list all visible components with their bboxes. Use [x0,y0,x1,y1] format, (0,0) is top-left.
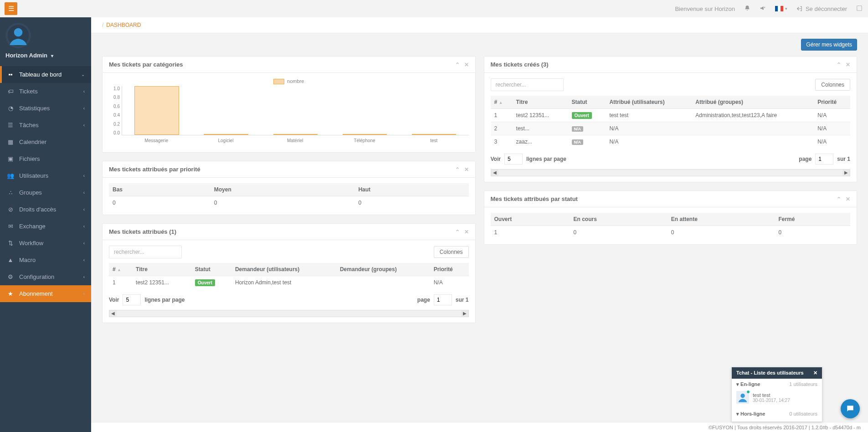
collapse-icon[interactable]: ⌃ [455,229,460,235]
table-row[interactable]: 1test2 12351...OuvertHorizon Admin,test … [109,276,469,289]
chat-header[interactable]: Tchat - Liste des utilisateurs ✕ [732,367,822,379]
columns-button[interactable]: Colonnes [434,246,469,258]
bell-icon[interactable] [744,5,750,13]
dashboard-icon: ▪▪ [6,71,15,78]
col-title[interactable]: Titre [513,96,568,109]
widget-title: Mes tickets attribués par priorité [109,166,200,173]
sidebar-item-files[interactable]: ▣Fichiers [0,150,91,167]
col-progress[interactable]: En cours [570,213,668,226]
pager-show-label: Voir [491,156,501,162]
col-low[interactable]: Bas [109,183,211,196]
chat-widget: Tchat - Liste des utilisateurs ✕ ▾ En-li… [731,367,822,422]
sidebar-item-exchange[interactable]: ✉Exchange‹ [0,218,91,235]
close-icon[interactable]: ✕ [464,229,469,235]
scroll-right-icon[interactable]: ▶ [842,170,850,176]
page-number-input[interactable] [434,294,452,305]
col-assigned-users[interactable]: Attribué (utilisateurs) [606,96,692,109]
logout-link[interactable]: Se déconnecter [796,5,847,12]
table-row[interactable]: 3zaaz...N/AN/AN/A [491,135,851,149]
manage-widgets-button[interactable]: Gérer mes widgets [801,39,857,51]
col-high[interactable]: Haut [354,183,468,196]
col-waiting[interactable]: En attente [668,213,775,226]
language-selector[interactable]: ▾ [775,6,787,11]
avatar[interactable] [5,23,31,48]
close-icon[interactable]: ✕ [464,62,469,68]
close-icon[interactable]: ✕ [813,370,817,376]
col-req-groups[interactable]: Demandeur (groupes) [336,263,430,276]
sidebar-item-calendar[interactable]: ▦Calendrier [0,134,91,150]
online-toggle[interactable]: ▾ En-ligne [736,381,760,387]
sidebar-item-config[interactable]: ⚙Configuration‹ [0,268,91,285]
collapse-icon[interactable]: ⌃ [837,196,841,202]
chat-user-time: 30-01-2017, 14:27 [753,398,790,403]
pager-show-label: Voir [109,297,119,303]
legend-label: nombre [287,78,304,84]
pager: Voir lignes par page page sur 1 [491,154,851,165]
announcement-icon[interactable] [760,5,766,13]
close-icon[interactable]: ✕ [846,196,850,202]
col-open[interactable]: Ouvert [491,213,570,226]
table-row[interactable]: 2test...N/AN/AN/A [491,122,851,135]
page-size-input[interactable] [504,154,523,165]
page-size-input[interactable] [123,294,141,305]
chat-user[interactable]: test test 30-01-2017, 14:27 [736,389,817,406]
close-icon[interactable]: ✕ [846,62,850,68]
col-num[interactable]: # ▲ [491,96,513,109]
search-input[interactable] [109,246,182,258]
sidebar-item-workflow[interactable]: ⇅Workflow‹ [0,235,91,252]
page-number-input[interactable] [815,154,833,165]
sidebar-item-groups[interactable]: ⛬Groupes‹ [0,184,91,201]
table-row[interactable]: 1test2 12351...Ouverttest testAdministra… [491,109,851,122]
col-status[interactable]: Statut [568,96,606,109]
horizontal-scrollbar[interactable]: ◀ ▶ [491,169,851,176]
col-assigned-groups[interactable]: Attribué (groupes) [692,96,814,109]
chevron-left-icon: ‹ [83,291,85,296]
scroll-right-icon[interactable]: ▶ [461,310,468,317]
collapse-icon[interactable]: ⌃ [455,62,460,68]
created-table: # ▲ Titre Statut Attribué (utilisateurs)… [491,96,851,148]
sidebar-item-macro[interactable]: ▲Macro‹ [0,252,91,268]
pager-of-label: sur 1 [456,297,469,303]
pager: Voir lignes par page page sur 1 [109,294,469,305]
chart-bar [343,134,387,135]
scroll-left-icon[interactable]: ◀ [109,310,117,317]
menu-toggle-button[interactable]: ☰ [5,2,17,15]
breadcrumb-current[interactable]: DASHBOARD [106,22,141,28]
sidebar-item-label: Groupes [19,189,42,196]
sidebar-item-label: Configuration [19,273,54,280]
offline-toggle[interactable]: ▾ Hors-ligne [736,411,765,417]
avatar [736,391,749,404]
col-num[interactable]: # ▲ [109,263,132,276]
columns-button[interactable]: Colonnes [815,79,850,91]
tag-icon: 🏷 [6,88,15,95]
collapse-icon[interactable]: ⌃ [455,166,460,173]
sidebar-item-stats[interactable]: ◔Statistiques‹ [0,100,91,117]
username-dropdown[interactable]: Horizon Admin ▾ [5,52,86,59]
sidebar-item-users[interactable]: 👥Utilisateurs‹ [0,167,91,184]
col-closed[interactable]: Fermé [775,213,850,226]
search-input[interactable] [491,78,564,91]
fullscreen-icon[interactable] [856,5,863,13]
col-status[interactable]: Statut [191,263,231,276]
sidebar-item-label: Tickets [19,88,38,95]
collapse-icon[interactable]: ⌃ [837,62,841,68]
sidebar-item-subscription[interactable]: ★Abonnement‹ [0,285,91,302]
sidebar-item-tasks[interactable]: ☰Tâches‹ [0,117,91,134]
col-req-users[interactable]: Demandeur (utilisateurs) [231,263,336,276]
horizontal-scrollbar[interactable]: ◀ ▶ [109,310,469,317]
col-priority[interactable]: Priorité [814,96,850,109]
sidebar-item-tickets[interactable]: 🏷Tickets‹ [0,83,91,100]
col-medium[interactable]: Moyen [211,183,355,196]
chat-fab-button[interactable] [841,399,860,418]
scroll-left-icon[interactable]: ◀ [491,170,498,176]
sidebar-item-dashboard[interactable]: ▪▪Tableau de bord⌄ [0,66,91,83]
col-priority[interactable]: Priorité [430,263,469,276]
widget-assigned-tickets: Mes tickets attribués (1) ⌃ ✕ Colonnes #… [102,223,476,323]
sidebar-item-access[interactable]: ⊘Droits d'accès‹ [0,201,91,218]
chevron-left-icon: ‹ [83,257,85,262]
col-title[interactable]: Titre [132,263,191,276]
close-icon[interactable]: ✕ [464,166,469,173]
svg-point-5 [740,394,745,398]
users-icon: 👥 [6,172,15,179]
sidebar-item-label: Utilisateurs [19,172,48,179]
